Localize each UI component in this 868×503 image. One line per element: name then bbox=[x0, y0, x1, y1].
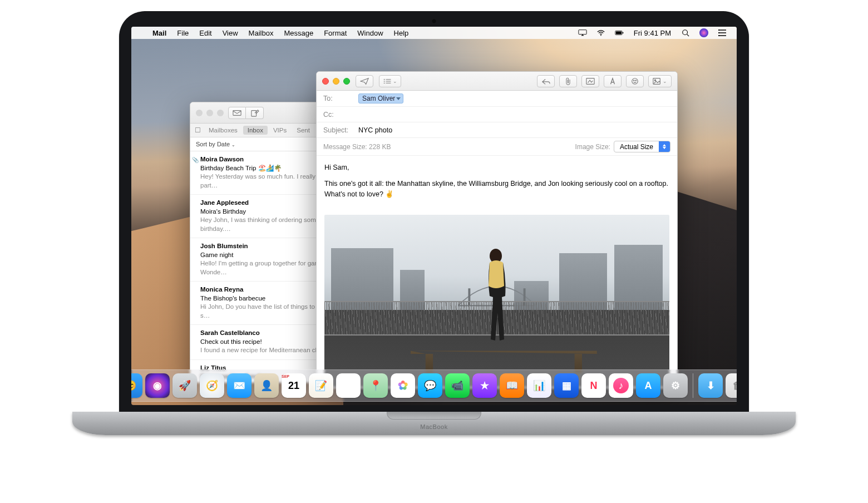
size-bar: Message Size: 228 KB Image Size: Actual … bbox=[317, 138, 677, 156]
message-sender: Sarah Castelblanco bbox=[200, 329, 260, 338]
dock-ibooks[interactable]: 📖 bbox=[500, 373, 524, 398]
dock-mail[interactable]: ✉️ bbox=[227, 373, 251, 398]
compose-button[interactable] bbox=[246, 107, 264, 119]
menu-format[interactable]: Format bbox=[319, 29, 352, 37]
message-sender: Monica Reyna bbox=[200, 285, 243, 294]
compose-window[interactable]: ⌄ ⌄ To: Sam Oliver Cc: Subject: bbox=[316, 71, 678, 388]
app-menu[interactable]: Mail bbox=[147, 29, 171, 37]
subject-input[interactable] bbox=[358, 126, 670, 134]
subject-field-row[interactable]: Subject: bbox=[317, 122, 677, 138]
menu-help[interactable]: Help bbox=[389, 29, 414, 37]
compose-titlebar[interactable]: ⌄ ⌄ bbox=[317, 72, 677, 91]
dock-music[interactable]: ♪ bbox=[609, 373, 633, 398]
reply-button[interactable] bbox=[537, 75, 555, 87]
header-fields-button[interactable]: ⌄ bbox=[379, 75, 401, 87]
svg-point-17 bbox=[635, 80, 636, 80]
image-size-select[interactable]: Actual Size bbox=[614, 141, 670, 152]
screen: Mail File Edit View Mailbox Message Form… bbox=[131, 27, 737, 405]
airplay-icon[interactable] bbox=[574, 29, 591, 37]
svg-rect-9 bbox=[233, 110, 241, 115]
attach-button[interactable] bbox=[559, 75, 577, 87]
dock-photos[interactable]: ✿ bbox=[391, 373, 415, 398]
dock-keynote[interactable]: ▦ bbox=[554, 373, 579, 398]
dock-news[interactable]: N bbox=[581, 373, 606, 398]
svg-point-19 bbox=[654, 80, 655, 81]
menu-window[interactable]: Window bbox=[352, 29, 388, 37]
notification-center-icon[interactable] bbox=[713, 29, 731, 37]
menu-mailbox[interactable]: Mailbox bbox=[244, 29, 279, 37]
subject-label: Subject: bbox=[323, 126, 354, 134]
menu-message[interactable]: Message bbox=[279, 29, 318, 37]
svg-rect-4 bbox=[623, 32, 623, 34]
dock-appstore[interactable]: A bbox=[636, 373, 660, 398]
dock-contacts[interactable]: 👤 bbox=[254, 373, 279, 398]
svg-rect-0 bbox=[579, 30, 586, 34]
laptop-base: MacBook bbox=[72, 412, 796, 435]
fav-mailboxes[interactable]: Mailboxes bbox=[204, 126, 242, 135]
siri-menubar-icon[interactable] bbox=[695, 28, 713, 37]
cc-field-row[interactable]: Cc: bbox=[317, 107, 677, 122]
spotlight-icon[interactable] bbox=[677, 29, 694, 37]
dock-maps[interactable]: 📍 bbox=[363, 373, 388, 398]
svg-point-7 bbox=[718, 32, 719, 33]
format-button[interactable] bbox=[604, 75, 622, 87]
svg-point-5 bbox=[683, 30, 688, 35]
dock-facetime[interactable]: 📹 bbox=[445, 373, 470, 398]
send-button[interactable] bbox=[356, 75, 373, 87]
dock-notes[interactable]: 📝 bbox=[309, 373, 333, 398]
dock-preferences[interactable]: ⚙ bbox=[663, 373, 688, 398]
dock-itunes[interactable]: ★ bbox=[472, 373, 497, 398]
dock-downloads[interactable]: ⬇ bbox=[698, 373, 723, 398]
laptop-brand: MacBook bbox=[72, 423, 796, 430]
traffic-lights[interactable] bbox=[196, 110, 224, 116]
cc-label: Cc: bbox=[323, 111, 354, 119]
dock-messages[interactable]: 💬 bbox=[418, 373, 442, 398]
menu-file[interactable]: File bbox=[172, 29, 194, 37]
message-sender: Josh Blumstein bbox=[200, 242, 248, 251]
dock-numbers[interactable]: 📊 bbox=[527, 373, 551, 398]
svg-rect-3 bbox=[616, 31, 622, 34]
msg-size-value: 228 KB bbox=[369, 143, 391, 151]
dock-trash[interactable]: 🗑 bbox=[726, 373, 737, 398]
camera-dot bbox=[432, 19, 436, 23]
svg-rect-10 bbox=[251, 110, 256, 116]
battery-icon[interactable] bbox=[610, 29, 628, 37]
svg-point-15 bbox=[632, 78, 638, 84]
to-label: To: bbox=[323, 95, 354, 102]
svg-point-16 bbox=[634, 80, 634, 80]
macbook-frame: Mail File Edit View Mailbox Message Form… bbox=[72, 11, 796, 473]
attachment-icon: 📎 bbox=[192, 156, 199, 164]
menubar: Mail File Edit View Mailbox Message Form… bbox=[131, 27, 737, 39]
message-sender: Jane Appleseed bbox=[200, 199, 249, 208]
dock[interactable]: 😊◉🚀🧭✉️👤SEP21📝☑📍✿💬📹★📖📊▦N♪A⚙⬇🗑 bbox=[131, 369, 737, 402]
dock-siri[interactable]: ◉ bbox=[145, 373, 170, 398]
dock-finder[interactable]: 😊 bbox=[131, 373, 142, 398]
svg-point-1 bbox=[600, 35, 601, 36]
cc-input[interactable] bbox=[358, 111, 670, 119]
sort-label[interactable]: Sort by Date bbox=[196, 141, 230, 147]
attached-photo[interactable] bbox=[324, 215, 669, 387]
menu-view[interactable]: View bbox=[218, 29, 243, 37]
menubar-clock[interactable]: Fri 9:41 PM bbox=[629, 29, 676, 37]
svg-point-8 bbox=[718, 35, 719, 36]
emoji-button[interactable] bbox=[626, 75, 644, 87]
dock-calendar[interactable]: SEP21 bbox=[282, 373, 306, 398]
to-field-row[interactable]: To: Sam Oliver bbox=[317, 91, 677, 107]
fav-vips[interactable]: VIPs bbox=[269, 126, 291, 135]
fav-inbox[interactable]: Inbox bbox=[243, 126, 268, 135]
recipient-token[interactable]: Sam Oliver bbox=[358, 93, 403, 103]
dock-safari[interactable]: 🧭 bbox=[200, 373, 224, 398]
dock-launchpad[interactable]: 🚀 bbox=[172, 373, 197, 398]
screen-bezel: Mail File Edit View Mailbox Message Form… bbox=[119, 11, 749, 412]
image-size-label: Image Size: bbox=[575, 143, 610, 151]
wifi-icon[interactable] bbox=[592, 29, 610, 37]
message-body[interactable]: Hi Sam, This one's got it all: the Manha… bbox=[317, 156, 677, 211]
dock-reminders[interactable]: ☑ bbox=[336, 373, 361, 398]
get-mail-button[interactable] bbox=[228, 107, 246, 119]
markup-button[interactable] bbox=[581, 75, 599, 87]
traffic-lights[interactable] bbox=[322, 78, 350, 85]
menu-edit[interactable]: Edit bbox=[194, 29, 216, 37]
fav-sent[interactable]: Sent bbox=[292, 126, 314, 135]
photo-browser-button[interactable]: ⌄ bbox=[648, 75, 672, 87]
body-text: This one's got it all: the Manhattan sky… bbox=[324, 179, 669, 200]
